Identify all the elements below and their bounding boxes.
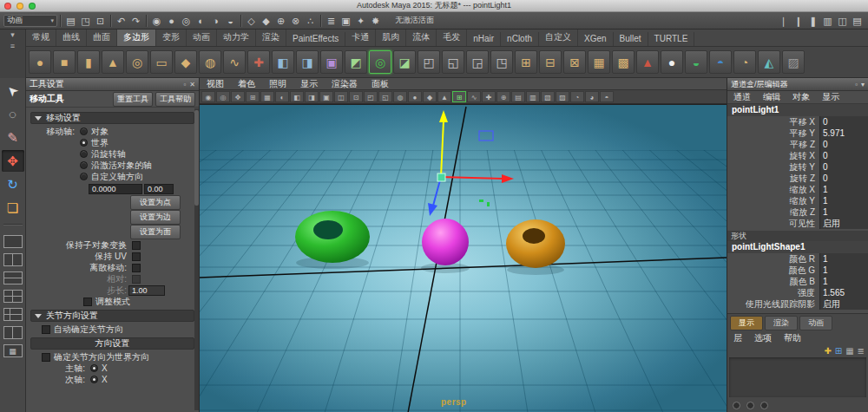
shelf-icon-boolean-cube[interactable]: ▣ [320,50,343,74]
attr-value[interactable]: 0 [819,150,868,161]
shelf-icon-triangulate[interactable]: ⊠ [563,50,586,74]
select-mask-c-icon[interactable]: ◒ [223,14,238,28]
adjust-mode-checkbox[interactable] [83,298,92,306]
shelf-icon-platonic[interactable]: ◭ [758,50,780,74]
shelf-tab-渲染[interactable]: 渲染 [256,29,286,46]
attr-value[interactable]: 启用 [819,298,868,310]
shelf-icon-mirror[interactable]: ▩ [612,50,635,74]
shaded-mode-icon[interactable]: ◆ [423,91,437,102]
axis-radio-对象[interactable] [80,128,88,135]
reset-tool-button[interactable]: 重置工具 [113,92,153,107]
shelf-icon-poly-cylinder[interactable]: ▮ [77,50,100,74]
close-icon[interactable]: ✕ [189,81,195,88]
set-axis-button-设置为面[interactable]: 设置为面 [130,225,181,239]
attr-value[interactable]: 1 [819,184,868,195]
channel-menu-通道[interactable]: 通道 [727,91,757,103]
shelf-tab-TURTLE[interactable]: TURTLE [648,32,695,46]
isolate-select-icon[interactable]: ◔ [570,91,584,102]
wireframe-mode-icon[interactable]: ● [408,91,422,102]
layout-four-panes[interactable] [3,290,23,303]
shelf-tab-arrow-icon[interactable]: ▾ [10,29,15,41]
viewport-menu-着色[interactable]: 着色 [231,78,262,90]
snap-plane-icon[interactable]: ⊗ [288,14,303,28]
channel-menu-对象[interactable]: 对象 [786,91,816,103]
bookmark-icon[interactable]: ⊞ [246,91,260,102]
shelf-icon-poly-cone[interactable]: ▲ [102,50,124,74]
move-tool[interactable]: ✥ [2,150,24,172]
scale-tool[interactable]: ❏ [2,197,24,219]
manipulator-y-axis[interactable] [441,121,444,177]
manipulator-y-arrowhead[interactable] [439,110,448,122]
light-wireframe-icon[interactable] [479,131,493,141]
snap-point-icon[interactable]: ⊕ [273,14,288,28]
attr-value[interactable]: 0 [819,161,868,173]
snap-grid-icon[interactable]: ◇ [244,14,259,28]
layer-options-icon[interactable]: ≣ [858,346,865,356]
attr-value[interactable]: 1 [819,195,868,206]
attr-value[interactable]: 1 [819,253,868,265]
panel-detach-icon[interactable]: ▫ [183,81,186,88]
film-gate-icon[interactable]: ▣ [319,91,333,102]
menu-set-selector[interactable]: 动画 ▾ [3,15,57,27]
shelf-tab-曲线[interactable]: 曲线 [56,29,87,46]
channelbox-toggle-icon[interactable]: ▥ [820,14,835,28]
select-hierarchy-icon[interactable]: ◉ [149,14,164,28]
tool-help-button[interactable]: 工具帮助 [155,92,195,107]
gate-mask-icon[interactable]: ⊡ [349,91,363,102]
layout-hypergraph[interactable]: ▦ [3,344,23,357]
relative-checkbox[interactable] [132,275,141,284]
shelf-icon-poly-sphere[interactable]: ● [29,50,51,74]
shelf-tab-变形[interactable]: 变形 [156,29,187,46]
attr-value[interactable]: 0 [819,139,868,150]
viewport-menu-渲染器[interactable]: 渲染器 [325,78,365,90]
shelf-icon-poly-plus[interactable]: ✚ [247,50,270,74]
layer-list[interactable] [729,357,866,397]
attr-value[interactable]: 1 [819,206,868,218]
attr-value[interactable]: 1.565 [819,287,868,298]
safe-action-icon[interactable]: ◱ [378,91,392,102]
shelf-icon-bridge[interactable]: ◰ [418,50,440,74]
shelf-tab-多边形[interactable]: 多边形 [117,29,156,46]
axis-radio-自定义轴方向[interactable] [80,173,88,180]
layout-outliner-persp[interactable] [3,326,23,339]
shelf-icon-checker-green[interactable]: ◒ [685,50,707,74]
shelf-icon-poly-plane[interactable]: ▭ [150,50,173,74]
viewport-menu-显示[interactable]: 显示 [293,78,325,90]
toolsettings-toggle-icon[interactable]: ▤ [850,14,865,28]
attr-value[interactable]: 1 [819,265,868,276]
layer-menu-选项[interactable]: 选项 [748,332,778,344]
create-empty-layer-icon[interactable]: ✚ [824,346,831,356]
create-layer-from-selected-icon[interactable]: ⊞ [835,346,842,356]
ipr-render-icon[interactable]: ✦ [353,14,368,28]
axis-radio-沿旋转轴[interactable] [80,150,88,158]
channel-menu-编辑[interactable]: 编辑 [757,91,786,103]
textured-mode-icon[interactable]: ▲ [437,91,451,102]
attr-value[interactable]: 启用 [819,218,868,229]
world-orient-checkbox[interactable] [42,353,50,362]
joint-orient-section-header[interactable]: 关节方向设置 [30,310,194,322]
render-settings-icon[interactable]: ✸ [368,14,383,28]
shelf-tab-动画[interactable]: 动画 [187,29,217,46]
exposure-icon[interactable]: ◕ [585,91,599,102]
paint-select-tool[interactable]: ✎ [2,127,24,148]
shelf-icon-reduce[interactable]: ⊟ [539,50,562,74]
shelf-tab-肌肉[interactable]: 肌肉 [376,29,406,46]
selected-object-name[interactable]: pointLight1 [727,104,868,116]
manipulator-center-handle[interactable] [437,173,445,181]
xray-joints-icon[interactable]: ▨ [556,91,569,102]
shelf-icon-poly-torus-active[interactable]: ◎ [369,50,391,74]
two-d-pan-zoom-icon[interactable]: ◐ [275,91,289,102]
undo-icon[interactable]: ↶ [114,14,128,28]
image-plane-icon[interactable]: ▦ [260,91,274,102]
render-frame-icon[interactable]: ▣ [339,14,353,28]
axis-radio-世界[interactable] [80,139,88,147]
attribute-editor-toggle-icon[interactable]: ◫ [835,14,850,28]
field-chart-icon[interactable]: ◰ [364,91,378,102]
shelf-tab-nCloth[interactable]: nCloth [501,32,539,46]
step-size-field[interactable]: 1.00 [128,285,165,296]
scrollbar[interactable] [194,108,199,410]
move-manipulator[interactable] [428,110,514,216]
shelf-icon-poly-prism[interactable]: ◆ [174,50,197,74]
shelf-icon-cone-red[interactable]: ▲ [636,50,659,74]
redo-icon[interactable]: ↷ [128,14,143,28]
